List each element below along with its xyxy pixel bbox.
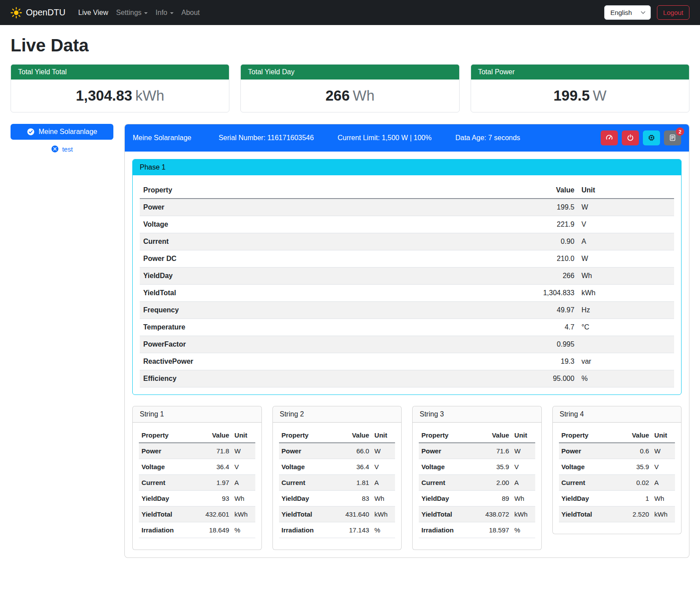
value-cell: 431.640 (331, 507, 372, 522)
property-cell: ReactivePower (140, 353, 402, 370)
property-cell: Efficiency (140, 370, 402, 387)
property-cell: Irradiation (419, 522, 471, 538)
table-row: YieldDay266Wh (140, 268, 674, 285)
column-property: Property (139, 428, 191, 443)
phase-1-body: Property Value Unit Power199.5WVoltage22… (133, 175, 681, 394)
table-row: PowerFactor0.995 (140, 336, 674, 353)
gauge-icon (606, 134, 613, 142)
value-cell: 1,304.833 (402, 285, 578, 302)
brand-link[interactable]: OpenDTU (11, 7, 65, 18)
string-2-body: Property Value Unit Power66.0WVoltage36.… (273, 423, 402, 550)
inverter-panel: Meine Solaranlage Serial Number: 1161716… (124, 124, 689, 558)
column-property: Property (559, 428, 616, 443)
value-cell: 0.995 (402, 336, 578, 353)
column-value: Value (616, 428, 652, 443)
property-cell: Power DC (140, 250, 402, 268)
value-cell: 18.649 (191, 522, 232, 538)
limit-settings-button[interactable] (601, 130, 618, 145)
nav-live-view-label: Live View (78, 9, 108, 17)
sidebar-item-meine-solaranlage[interactable]: Meine Solaranlage (11, 124, 113, 140)
device-info-button[interactable] (643, 130, 660, 145)
language-select[interactable]: English (604, 5, 651, 20)
value-cell: 0.90 (402, 233, 578, 250)
table-row: Power0.6W (559, 443, 675, 459)
card-header: Total Yield Total (11, 65, 229, 80)
total-yield-total-unit: kWh (135, 87, 164, 104)
table-row: Power71.8W (139, 443, 255, 459)
summary-card-row: Total Yield Total 1,304.83kWh Total Yiel… (11, 64, 689, 112)
string-1-card: String 1 Property Value Unit (132, 406, 262, 550)
property-cell: Current (559, 475, 616, 491)
table-row: Efficiency95.000% (140, 370, 674, 387)
unit-cell: % (372, 522, 395, 538)
unit-cell: % (232, 522, 255, 538)
value-cell: 2.00 (471, 475, 511, 491)
unit-cell: W (578, 199, 674, 216)
unit-cell: W (512, 443, 535, 459)
string-2-card: String 2 Property Value Unit (272, 406, 402, 550)
table-row: YieldDay83Wh (279, 491, 395, 507)
unit-cell: Wh (652, 491, 675, 507)
value-cell: 0.02 (616, 475, 652, 491)
unit-cell: A (512, 475, 535, 491)
property-cell: Voltage (139, 459, 191, 475)
value-cell: 49.97 (402, 302, 578, 319)
nav-settings[interactable]: Settings (112, 5, 152, 20)
string-2-table: Property Value Unit Power66.0WVoltage36.… (279, 428, 395, 538)
unit-cell: Hz (578, 302, 674, 319)
string-4-title: String 4 (553, 406, 682, 423)
unit-cell: V (578, 216, 674, 233)
property-cell: Voltage (140, 216, 402, 233)
table-header-row: Property Value Unit (559, 428, 675, 443)
unit-cell (578, 336, 674, 353)
table-row: Current1.81A (279, 475, 395, 491)
table-row: Voltage221.9V (140, 216, 674, 233)
unit-cell: V (512, 459, 535, 475)
value-cell: 0.6 (616, 443, 652, 459)
table-header-row: Property Value Unit (279, 428, 395, 443)
table-header-row: Property Value Unit (139, 428, 255, 443)
value-cell: 71.8 (191, 443, 232, 459)
property-cell: Voltage (419, 459, 471, 475)
unit-cell: % (578, 370, 674, 387)
value-cell: 36.4 (191, 459, 232, 475)
sidebar-item-test[interactable]: test (11, 145, 113, 153)
value-cell: 432.601 (191, 507, 232, 522)
nav-about[interactable]: About (178, 5, 204, 20)
card-total-yield-total: Total Yield Total 1,304.83kWh (11, 64, 229, 112)
property-cell: Current (279, 475, 331, 491)
table-row: Irradiation18.597% (419, 522, 535, 538)
table-row: YieldDay93Wh (139, 491, 255, 507)
card-body: 266Wh (241, 80, 459, 112)
property-cell: Current (140, 233, 402, 250)
nav-info[interactable]: Info (152, 5, 178, 20)
check-circle-icon (27, 128, 35, 136)
inverter-name: Meine Solaranlage (133, 134, 191, 142)
phase-1-title: Phase 1 (133, 159, 681, 175)
card-body: 199.5W (471, 80, 689, 112)
property-cell: Power (559, 443, 616, 459)
property-cell: Power (139, 443, 191, 459)
table-row: Current0.02A (559, 475, 675, 491)
property-cell: YieldDay (559, 491, 616, 507)
logout-button[interactable]: Logout (657, 5, 689, 20)
chevron-down-icon (170, 12, 174, 14)
string-1-table-body: Power71.8WVoltage36.4VCurrent1.97AYieldD… (139, 443, 255, 538)
property-cell: YieldTotal (419, 507, 471, 522)
nav-live-view[interactable]: Live View (74, 5, 112, 20)
sun-icon (11, 7, 22, 18)
total-power-unit: W (593, 87, 606, 104)
unit-cell: A (232, 475, 255, 491)
table-row: Temperature4.7°C (140, 319, 674, 336)
card-header: Total Yield Day (241, 65, 459, 80)
unit-cell: var (578, 353, 674, 370)
string-4-body: Property Value Unit Power0.6WVoltage35.9… (553, 423, 682, 534)
power-button[interactable] (622, 130, 639, 145)
table-row: Voltage35.9V (419, 459, 535, 475)
value-cell: 17.143 (331, 522, 372, 538)
string-3-body: Property Value Unit Power71.6WVoltage35.… (413, 423, 541, 550)
event-log-button[interactable]: 2 (664, 130, 681, 145)
property-cell: Power (419, 443, 471, 459)
string-3-card: String 3 Property Value Unit (412, 406, 542, 550)
value-cell: 266 (402, 268, 578, 285)
